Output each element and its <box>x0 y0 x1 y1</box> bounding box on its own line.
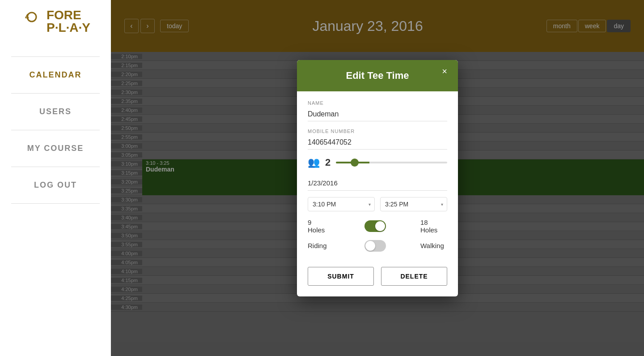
holes-row: 9 Holes 18 Holes <box>308 219 447 234</box>
sidebar-item-calendar[interactable]: CALENDAR <box>0 61 111 89</box>
sidebar-item-users[interactable]: USERS <box>0 98 111 125</box>
end-time-select[interactable]: 3:25 PM 3:30 PM 3:35 PM <box>385 201 442 208</box>
modal-overlay: Edit Tee Time × Name MOBILE NUMBER 👥 2 <box>111 0 644 356</box>
name-field-group: Name <box>308 100 447 121</box>
logo-text: FORE P·L·A·Y <box>47 9 90 34</box>
divider-3 <box>11 130 100 130</box>
modal-close-button[interactable]: × <box>438 65 451 78</box>
players-slider[interactable] <box>336 162 447 163</box>
mobile-label: MOBILE NUMBER <box>308 129 447 134</box>
riding-row: Riding Walking <box>308 240 447 252</box>
divider-4 <box>11 167 100 167</box>
mobile-input[interactable] <box>308 136 447 150</box>
sidebar-item-log-out[interactable]: LOG OUT <box>0 172 111 199</box>
svg-text:4: 4 <box>25 13 29 21</box>
sidebar-item-my-course[interactable]: MY COURSE <box>0 135 111 162</box>
divider-5 <box>11 203 100 204</box>
sidebar: 4 FORE P·L·A·Y CALENDAR USERS MY COURSE … <box>0 0 111 356</box>
date-input[interactable] <box>308 176 447 191</box>
players-row: 👥 2 <box>308 157 447 168</box>
name-input[interactable] <box>308 107 447 121</box>
eighteen-holes-word: Holes <box>420 226 437 234</box>
modal-header: Edit Tee Time × <box>297 60 458 91</box>
main-content: ‹ › today January 23, 2016 month week da… <box>111 0 644 356</box>
players-icon: 👥 <box>308 157 320 168</box>
end-time-wrap: 3:25 PM 3:30 PM 3:35 PM ▾ <box>380 197 447 211</box>
logo-play: P·L·A·Y <box>47 21 90 34</box>
riding-toggle-knob <box>365 241 375 251</box>
nine-holes-word: Holes <box>308 226 325 234</box>
riding-text: Riding <box>308 242 327 249</box>
eighteen-holes-label: 18 Holes <box>420 219 447 234</box>
edit-tee-time-modal: Edit Tee Time × Name MOBILE NUMBER 👥 2 <box>297 60 458 296</box>
nine-holes-num: 9 <box>308 219 311 226</box>
players-count: 2 <box>325 157 330 168</box>
logo: 4 FORE P·L·A·Y <box>12 9 99 34</box>
start-time-wrap: 3:10 PM 3:15 PM 3:20 PM ▾ <box>308 197 375 211</box>
delete-button[interactable]: DELETE <box>381 267 447 286</box>
modal-footer: SUBMIT DELETE <box>297 267 458 296</box>
walking-text: Walking <box>420 242 444 249</box>
mobile-field-group: MOBILE NUMBER <box>308 129 447 150</box>
logo-icon: 4 <box>21 10 43 33</box>
sidebar-nav: CALENDAR USERS MY COURSE LOG OUT <box>0 52 111 208</box>
modal-title: Edit Tee Time <box>346 70 409 81</box>
logo-fore: FORE <box>47 9 90 21</box>
eighteen-holes-num: 18 <box>420 219 428 226</box>
walking-label: Walking <box>420 242 447 249</box>
nine-holes-label: 9 Holes <box>308 219 330 234</box>
riding-toggle[interactable] <box>364 240 386 252</box>
divider-1 <box>11 56 100 57</box>
time-row-inputs: 3:10 PM 3:15 PM 3:20 PM ▾ 3:25 PM 3:30 P… <box>308 197 447 211</box>
modal-body: Name MOBILE NUMBER 👥 2 <box>297 91 458 267</box>
divider-2 <box>11 93 100 94</box>
riding-label: Riding <box>308 242 330 249</box>
submit-button[interactable]: SUBMIT <box>308 267 374 286</box>
start-time-select[interactable]: 3:10 PM 3:15 PM 3:20 PM <box>313 201 370 208</box>
holes-toggle-knob <box>375 221 385 231</box>
name-label: Name <box>308 100 447 106</box>
holes-toggle[interactable] <box>364 220 386 232</box>
